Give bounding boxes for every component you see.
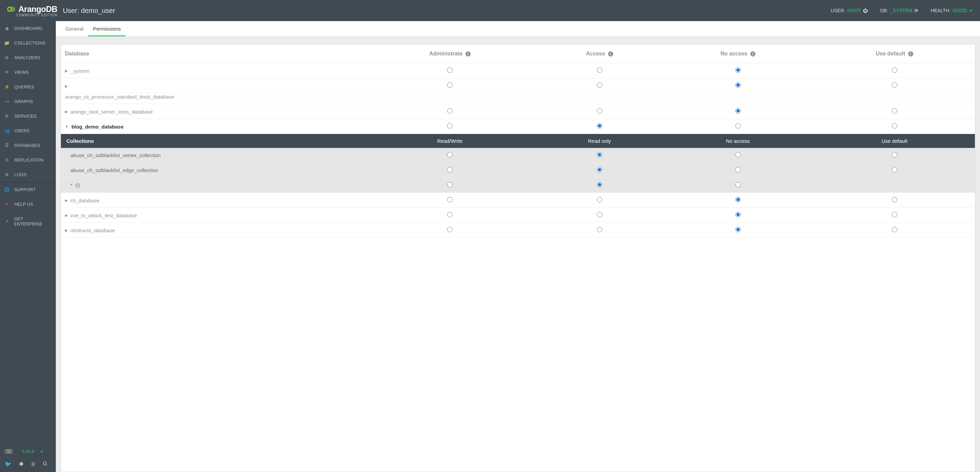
permission-radio[interactable]	[447, 82, 453, 88]
col-noaccess: No access i	[662, 44, 814, 63]
permission-radio[interactable]	[597, 67, 602, 73]
permission-radio[interactable]	[892, 108, 897, 114]
logo[interactable]: ArangoDB COMMUNITY EDITION	[7, 5, 57, 17]
permission-radio[interactable]	[447, 67, 453, 73]
users-icon: 👥	[4, 128, 10, 133]
permission-radio[interactable]	[597, 82, 602, 88]
avocado-icon	[7, 6, 16, 13]
topbar-health[interactable]: HEALTH: GOOD ✔	[931, 8, 973, 13]
permission-radio[interactable]	[597, 197, 602, 202]
permission-radio[interactable]	[892, 227, 897, 232]
sidebar-item-services[interactable]: ⚙SERVICES	[0, 109, 56, 124]
main-content: General Permissions Database Administrat…	[56, 21, 980, 472]
col-database: Database	[61, 44, 363, 63]
permission-radio[interactable]	[447, 227, 453, 232]
gears-icon: ⚙	[4, 114, 10, 119]
tab-general[interactable]: General	[60, 21, 88, 37]
stackoverflow-icon[interactable]: ≣	[31, 461, 35, 467]
col-administrate: Administrate i	[363, 44, 537, 63]
info-icon: i	[908, 51, 913, 56]
permission-radio[interactable]	[735, 82, 741, 88]
database-row[interactable]: ▶	[61, 78, 975, 93]
permission-radio[interactable]	[597, 152, 602, 157]
permission-radio[interactable]	[597, 227, 602, 232]
info-icon: i	[466, 51, 471, 56]
database-row[interactable]: ▶ cve_to_attack_test_database	[61, 208, 975, 223]
svg-point-2	[8, 8, 11, 11]
sidebar-item-collections[interactable]: 📁COLLECTIONS	[0, 36, 56, 50]
permission-radio[interactable]	[892, 67, 897, 73]
database-row[interactable]: ▼ blog_demo_database	[61, 119, 975, 134]
database-row[interactable]: ▶ cti_database	[61, 193, 975, 208]
permission-radio[interactable]	[597, 167, 602, 172]
sidebar-item-views[interactable]: 👁VIEWS	[0, 65, 56, 79]
database-row[interactable]: ▶ obstracts_database	[61, 223, 975, 238]
permission-radio[interactable]	[597, 212, 602, 217]
version-row[interactable]: ⌨ 3.10.4 ✔	[4, 449, 52, 458]
permission-radio[interactable]	[447, 167, 453, 172]
topbar-user[interactable]: USER: ROOT ⏻	[830, 8, 868, 13]
sidebar-item-enterprise[interactable]: ↗ GET ENTERPRISE	[0, 211, 56, 231]
folder-icon: 📁	[4, 40, 10, 46]
permission-radio[interactable]	[735, 212, 741, 217]
database-row[interactable]: ▶ _system	[61, 63, 975, 78]
caret-icon: ▼	[65, 124, 69, 129]
sidebar-item-databases[interactable]: 🗄DATABASES	[0, 138, 56, 153]
permission-radio[interactable]	[447, 152, 453, 157]
permission-radio[interactable]	[735, 227, 741, 232]
logo-edition: COMMUNITY EDITION	[7, 13, 57, 17]
sidebar-item-analyzers[interactable]: ⚙ANALYZERS	[0, 50, 56, 65]
permission-radio[interactable]	[892, 167, 897, 172]
permission-radio[interactable]	[735, 123, 741, 129]
permission-radio[interactable]	[735, 182, 741, 188]
permission-radio[interactable]	[447, 123, 453, 129]
permission-radio[interactable]	[735, 67, 741, 73]
check-icon: ✔	[969, 8, 973, 13]
permission-radio[interactable]	[892, 197, 897, 202]
keyboard-icon: ⌨	[5, 449, 12, 454]
sidebar-item-graphs[interactable]: ⊶GRAPHS	[0, 94, 56, 109]
collection-row[interactable]: abuse_ch_sslblacklist_vertex_collection	[61, 148, 975, 163]
permission-radio[interactable]	[892, 212, 897, 217]
permission-radio[interactable]	[735, 108, 741, 114]
permission-radio[interactable]	[892, 82, 897, 88]
sidebar-item-helpus[interactable]: ♥ HELP US	[0, 197, 56, 211]
permission-radio[interactable]	[447, 197, 453, 202]
info-icon: i	[75, 183, 80, 188]
permission-radio[interactable]	[447, 108, 453, 114]
replication-icon: ☰	[4, 157, 10, 162]
refresh-icon: ⟳	[914, 8, 918, 13]
google-icon[interactable]: G	[43, 461, 47, 467]
sidebar-item-users[interactable]: 👥USERS	[0, 124, 56, 138]
database-icon: 🗄	[4, 143, 10, 148]
database-row-label[interactable]: arango_cti_processor_standard_tests_data…	[61, 93, 975, 104]
permission-radio[interactable]	[447, 182, 453, 188]
topbar: ArangoDB COMMUNITY EDITION User: demo_us…	[0, 0, 980, 21]
permission-radio[interactable]	[735, 197, 741, 202]
permission-radio[interactable]	[447, 212, 453, 217]
collection-row[interactable]: * i	[61, 178, 975, 193]
permission-radio[interactable]	[892, 152, 897, 157]
twitter-icon[interactable]: 🐦	[5, 461, 11, 467]
sidebar-item-replication[interactable]: ☰REPLICATION	[0, 153, 56, 167]
permission-radio[interactable]	[892, 123, 897, 129]
slack-icon[interactable]: ✱	[19, 461, 24, 467]
permission-radio[interactable]	[735, 167, 741, 172]
permission-radio[interactable]	[597, 108, 602, 114]
caret-icon: ▶	[65, 84, 68, 88]
permission-radio[interactable]	[597, 123, 602, 129]
sidebar-item-dashboard[interactable]: ◉DASHBOARD	[0, 21, 56, 36]
permission-radio[interactable]	[597, 182, 602, 188]
sidebar-item-logs[interactable]: 🗎LOGS	[0, 167, 56, 182]
tab-permissions[interactable]: Permissions	[88, 21, 126, 37]
topbar-db[interactable]: DB: _SYSTEM ⟳	[880, 8, 918, 13]
collection-row[interactable]: abuse_ch_sslblacklist_edge_collection	[61, 163, 975, 178]
gear-icon: ⚙	[4, 55, 10, 60]
sidebar-item-support[interactable]: 🌐 SUPPORT	[0, 182, 56, 197]
permission-radio[interactable]	[735, 152, 741, 157]
database-row[interactable]: ▶ arango_taxii_server_tests_database	[61, 104, 975, 119]
check-icon: ✔	[40, 449, 44, 454]
eye-icon: 👁	[4, 70, 10, 75]
caret-icon: ▶	[65, 198, 68, 203]
sidebar-item-queries[interactable]: ⚡QUERIES	[0, 79, 56, 94]
